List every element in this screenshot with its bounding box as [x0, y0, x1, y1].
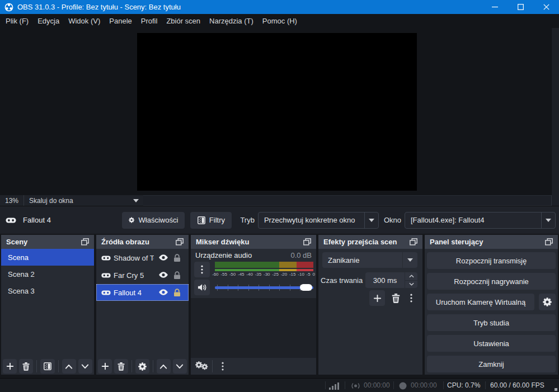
scenes-list: Scena Scena 2 Scena 3: [1, 249, 94, 358]
mixer-list: Urządzenie audio 0.0 dB -60-55-50-45-40-…: [191, 249, 316, 358]
sources-list: Shadow of To Far Cry 5 Fallout 4: [96, 249, 189, 358]
source-item[interactable]: Shadow of To: [96, 249, 189, 266]
transitions-panel: Zanikanie Czas trwania 300 ms: [318, 249, 422, 375]
minimize-button[interactable]: [482, 0, 508, 14]
source-item[interactable]: Far Cry 5: [96, 267, 189, 284]
selected-source-name: Fallout 4: [23, 216, 51, 224]
scene-item[interactable]: Scena 2: [1, 266, 94, 282]
settings-button[interactable]: Ustawienia: [427, 335, 556, 352]
transitions-dock-header: Efekty przejścia scen: [318, 235, 422, 249]
preview-zoom-combo[interactable]: 13% Skaluj do okna: [0, 195, 143, 206]
mute-speaker-button[interactable]: [194, 280, 210, 295]
properties-button[interactable]: Właściwości: [122, 212, 185, 229]
audio-source-name: Urządzenie audio: [195, 251, 252, 259]
chevron-down-icon: [407, 258, 413, 262]
studio-mode-button[interactable]: Tryb studia: [427, 314, 556, 331]
window-label: Okno: [384, 216, 401, 224]
float-dock-icon[interactable]: [410, 238, 417, 245]
sources-toolbar: [96, 358, 189, 375]
controls-panel: Rozpocznij transmisję Rozpocznij nagrywa…: [425, 249, 558, 375]
menu-zbior-scen[interactable]: Zbiór scen: [162, 17, 205, 25]
gamepad-icon: [101, 255, 111, 261]
stream-time: 00:00:00: [364, 381, 390, 389]
scene-down-button[interactable]: [78, 359, 92, 374]
menu-profil[interactable]: Profil: [137, 17, 162, 25]
float-dock-icon[interactable]: [81, 238, 89, 245]
menu-widok[interactable]: Widok (V): [64, 17, 105, 25]
capture-mode-combobox[interactable]: Przechwytuj konkretne okno: [258, 212, 379, 229]
menu-narzedzia[interactable]: Narzędzia (T): [205, 17, 258, 25]
start-recording-button[interactable]: Rozpocznij nagrywanie: [427, 273, 556, 290]
float-dock-icon[interactable]: [303, 238, 311, 245]
statusbar: 00:00:00 00:00:00 CPU: 0.7% 60.00 / 60.0…: [0, 378, 559, 392]
remove-source-button[interactable]: [114, 359, 128, 374]
float-dock-icon[interactable]: [545, 238, 553, 245]
menu-pomoc[interactable]: Pomoc (H): [258, 17, 302, 25]
menu-edycja[interactable]: Edycja: [33, 17, 64, 25]
remove-scene-button[interactable]: [19, 359, 33, 374]
transitions-dock-title: Efekty przejścia scen: [323, 238, 397, 246]
start-virtual-camera-button[interactable]: Uruchom Kamerę Wirtualną: [427, 294, 534, 310]
obs-logo-icon: [4, 3, 13, 12]
audio-db-value: 0.0 dB: [290, 251, 312, 259]
spin-up-button[interactable]: [405, 272, 417, 280]
titlebar: OBS 31.0.3 - Profile: Bez tytułu - Sceny…: [0, 0, 559, 14]
source-toolbar: Fallout 4 Właściwości Filtry Tryb Przech…: [0, 206, 559, 234]
preview-canvas[interactable]: [137, 33, 417, 191]
volume-slider-handle[interactable]: [300, 284, 312, 291]
maximize-button[interactable]: [508, 0, 533, 14]
lock-icon[interactable]: [173, 289, 181, 297]
mixer-options-button[interactable]: [216, 359, 229, 374]
add-transition-button[interactable]: [369, 290, 385, 306]
scene-item[interactable]: Scena 3: [1, 282, 94, 299]
preview-vertical-scrollbar[interactable]: [551, 28, 559, 195]
fps-indicator: 60.00 / 60.00 FPS: [490, 381, 544, 389]
visibility-eye-icon[interactable]: [158, 271, 168, 278]
spin-down-button[interactable]: [405, 281, 417, 289]
preview-horizontal-scrollbar[interactable]: [143, 195, 551, 206]
add-scene-button[interactable]: [3, 359, 17, 374]
menu-plik[interactable]: Plik (F): [1, 17, 33, 25]
menu-panele[interactable]: Panele: [105, 17, 136, 25]
start-streaming-button[interactable]: Rozpocznij transmisję: [427, 252, 556, 269]
resize-grip[interactable]: [555, 388, 557, 391]
controls-dock-title: Panel sterujący: [430, 238, 483, 246]
source-up-button[interactable]: [157, 359, 171, 374]
controls-dock: Panel sterujący Rozpocznij transmisję Ro…: [425, 235, 558, 375]
record-status-icon: [399, 382, 407, 390]
exit-button[interactable]: Zamknij: [427, 356, 556, 372]
transition-combobox[interactable]: Zanikanie: [322, 252, 417, 268]
gamepad-icon: [101, 290, 111, 296]
advanced-audio-button[interactable]: [195, 359, 209, 374]
preview-area: [0, 28, 559, 195]
float-dock-icon[interactable]: [176, 238, 184, 245]
transition-options-button[interactable]: [410, 294, 412, 303]
transitions-dock: Efekty przejścia scen Zanikanie Czas trw…: [318, 235, 422, 375]
scene-up-button[interactable]: [62, 359, 76, 374]
source-down-button[interactable]: [173, 359, 187, 374]
lock-icon[interactable]: [173, 271, 181, 280]
visibility-eye-icon[interactable]: [158, 254, 168, 261]
remove-transition-button[interactable]: [392, 294, 400, 303]
volume-slider[interactable]: [215, 283, 313, 292]
stream-status-icon: [351, 382, 360, 390]
source-properties-button[interactable]: [135, 359, 149, 374]
audio-source-item: Urządzenie audio 0.0 dB -60-55-50-45-40-…: [191, 249, 316, 298]
scene-item[interactable]: Scena: [1, 249, 94, 266]
capture-window-combobox[interactable]: [Fallout4.exe]: Fallout4: [405, 212, 556, 229]
add-source-button[interactable]: [98, 359, 112, 374]
close-button[interactable]: [533, 0, 559, 14]
virtual-camera-settings-button[interactable]: [539, 294, 556, 310]
mixer-dock-title: Mikser dźwięku: [196, 238, 249, 246]
visibility-eye-icon[interactable]: [158, 289, 168, 296]
sources-dock-title: Źródła obrazu: [101, 238, 149, 246]
filters-button[interactable]: Filtry: [190, 212, 232, 229]
lock-icon[interactable]: [173, 254, 181, 262]
menubar: Plik (F) Edycja Widok (V) Panele Profil …: [0, 14, 559, 28]
docks-area: Sceny Scena Scena 2 Scena 3 Źródła obraz…: [0, 234, 559, 378]
duration-spinbox[interactable]: 300 ms: [365, 272, 417, 288]
audio-options-button[interactable]: [194, 262, 210, 277]
meter-scale: -60-55-50-45-40-35-30-25-20-15-10-50: [212, 272, 315, 277]
scene-filters-button[interactable]: [40, 359, 54, 374]
source-item[interactable]: Fallout 4: [96, 284, 189, 301]
